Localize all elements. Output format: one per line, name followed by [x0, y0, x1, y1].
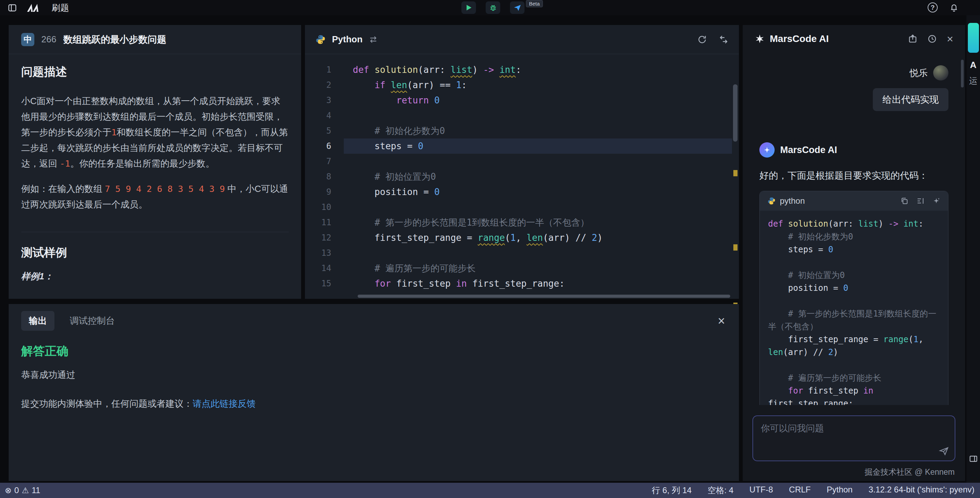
editor-tabbar: Python	[305, 25, 739, 54]
description-heading: 问题描述	[21, 64, 289, 80]
output-header: 输出 调试控制台 ×	[9, 304, 739, 331]
editor-vertical-scrollbar[interactable]	[732, 54, 739, 294]
warning-mark	[733, 244, 738, 251]
reset-code-icon[interactable]	[697, 35, 707, 45]
paragraph-text: 。你的任务是输出所需的最少步数。	[70, 158, 215, 169]
notifications-bell-icon[interactable]	[950, 3, 958, 12]
play-icon	[465, 4, 472, 11]
debug-button[interactable]	[486, 2, 500, 14]
assistant-panel: MarsCode AI × 悦乐 给出代码实现	[743, 25, 965, 481]
indentation[interactable]: 空格: 4	[708, 485, 734, 496]
user-message-header: 悦乐	[759, 65, 948, 81]
assistant-close-icon[interactable]: ×	[947, 33, 953, 45]
code-language-label: python	[780, 196, 805, 206]
warnings-icon: ⚠	[22, 486, 29, 495]
send-message-icon[interactable]	[939, 446, 949, 457]
chat-area[interactable]: 悦乐 给出代码实现 MarsCode AI 好的，下面是根据题目要求实现的代码：…	[743, 53, 965, 405]
submit-button[interactable]	[510, 2, 525, 14]
divider	[21, 232, 289, 232]
paper-plane-icon	[514, 4, 522, 12]
problem-panel: 中 266 数组跳跃的最小步数问题 问题描述 小C面对一个由正整数构成的数组，从…	[9, 25, 301, 299]
warning-mark	[733, 170, 738, 176]
assistant-header: MarsCode AI ×	[743, 25, 965, 53]
history-icon[interactable]	[927, 34, 937, 44]
statusbar: ⊗ 0 ⚠ 11 行 6, 列 14 空格: 4 UTF-8 CRLF Pyth…	[0, 483, 980, 498]
user-avatar	[933, 65, 948, 81]
app-label: 刷题	[52, 2, 69, 14]
ai-message-header: MarsCode AI	[759, 142, 948, 158]
assistant-code: def solution(arr: list) -> int: # 初始化步数为…	[760, 211, 948, 405]
copy-code-icon[interactable]	[900, 197, 908, 205]
editor-code-lines[interactable]: def solution(arr: list) -> int: if len(a…	[344, 54, 732, 294]
editor-panel: Python 123456789101112131415 def solutio…	[305, 25, 739, 299]
sample1-label: 样例1：	[21, 269, 289, 284]
tab-debug-console[interactable]: 调试控制台	[70, 315, 115, 327]
chat-input-box[interactable]	[752, 415, 955, 461]
ai-intro-text: 好的，下面是根据题目要求实现的代码：	[759, 169, 948, 182]
help-icon[interactable]: ?	[928, 2, 938, 13]
eol-sequence[interactable]: CRLF	[789, 485, 811, 496]
problem-body: 问题描述 小C面对一个由正整数构成的数组，从第一个成员开始跳跃，要求他用最少的步…	[9, 54, 301, 284]
ai-avatar	[759, 142, 775, 158]
problems-indicator[interactable]: ⊗ 0 ⚠ 11	[0, 485, 40, 495]
screen: 刷题 Beta ? 中 266 数组跳跃的最小步数问题	[0, 0, 980, 498]
marscode-logo-icon[interactable]	[27, 3, 42, 12]
errors-count: 0	[14, 485, 19, 495]
compare-icon[interactable]	[719, 35, 729, 45]
feedback-link[interactable]: 请点此链接反馈	[192, 398, 256, 409]
problem-header: 中 266 数组跳跃的最小步数问题	[9, 25, 301, 54]
output-body: 解答正确 恭喜成功通过 提交功能内测体验中，任何问题或者建议：请点此链接反馈	[9, 331, 739, 422]
inline-code: -1	[60, 159, 70, 169]
ai-name: MarsCode AI	[780, 145, 837, 156]
inline-code: 1	[111, 127, 116, 137]
output-close-icon[interactable]: ×	[718, 315, 725, 327]
python-interpreter[interactable]: 3.12.2 64-bit ('shims': pyenv)	[869, 485, 974, 496]
side-panel-toggle-icon[interactable]	[969, 454, 978, 463]
feedback-text: 提交功能内测体验中，任何问题或者建议：	[21, 398, 192, 409]
insert-code-icon[interactable]	[916, 197, 924, 205]
side-toolbar-item-b[interactable]: 运	[969, 75, 978, 86]
inline-code-array: 7 5 9 4 2 6 8 3 5 4 3 9	[105, 184, 225, 194]
warnings-count: 11	[32, 485, 40, 495]
side-toolbar-active-item[interactable]	[968, 23, 979, 53]
language-mode[interactable]: Python	[827, 485, 853, 496]
bug-icon	[489, 4, 497, 12]
output-panel: 输出 调试控制台 × 解答正确 恭喜成功通过 提交功能内测体验中，任何问题或者建…	[9, 304, 739, 481]
editor-tab-python[interactable]: Python	[332, 34, 363, 45]
tab-output[interactable]: 输出	[21, 311, 54, 331]
export-chat-icon[interactable]	[908, 34, 918, 44]
sidebar-toggle-icon[interactable]	[8, 3, 17, 13]
community-credit: 掘金技术社区 @ Kennem	[743, 464, 965, 481]
topbar: 刷题 Beta ?	[0, 0, 980, 15]
problem-title: 数组跳跃的最小步数问题	[63, 33, 166, 46]
ai-code-card: python def solution(arr: list) -> int:	[759, 191, 948, 405]
user-name: 悦乐	[910, 67, 928, 79]
user-message-bubble: 给出代码实现	[873, 88, 948, 111]
code-card-header: python	[760, 191, 948, 211]
samples-heading: 测试样例	[21, 245, 289, 260]
apply-code-icon[interactable]	[932, 197, 940, 205]
difficulty-badge: 中	[21, 33, 34, 46]
browser-side-toolbar: A 运	[966, 15, 980, 483]
problem-id: 266	[41, 34, 56, 45]
chat-input[interactable]	[753, 416, 955, 460]
run-button[interactable]	[461, 2, 476, 14]
code-editor[interactable]: 123456789101112131415 def solution(arr: …	[305, 54, 732, 294]
editor-gutter[interactable]: 123456789101112131415	[305, 54, 344, 294]
problem-paragraph: 小C面对一个由正整数构成的数组，从第一个成员开始跳跃，要求他用最少的步骤数到达数…	[21, 93, 289, 172]
marscode-ai-logo-icon	[754, 33, 765, 44]
side-toolbar-item-a[interactable]: A	[970, 60, 977, 70]
chat-scrollbar-thumb[interactable]	[961, 60, 964, 88]
encoding[interactable]: UTF-8	[749, 485, 773, 496]
scrollbar-thumb[interactable]	[733, 84, 738, 142]
feedback-row: 提交功能内测体验中，任何问题或者建议：请点此链接反馈	[21, 398, 726, 410]
editor-horizontal-scrollbar[interactable]	[358, 294, 730, 298]
cursor-position[interactable]: 行 6, 列 14	[652, 485, 692, 496]
language-switch-icon[interactable]	[369, 35, 378, 44]
result-subtitle: 恭喜成功通过	[21, 369, 726, 381]
example-paragraph: 例如：在输入的数组 7 5 9 4 2 6 8 3 5 4 3 9 中，小C可以…	[21, 181, 289, 212]
python-logo-icon	[767, 197, 776, 205]
beta-badge: Beta	[526, 0, 543, 7]
errors-icon: ⊗	[5, 486, 11, 495]
paragraph-text: 例如：在输入的数组	[21, 184, 105, 194]
